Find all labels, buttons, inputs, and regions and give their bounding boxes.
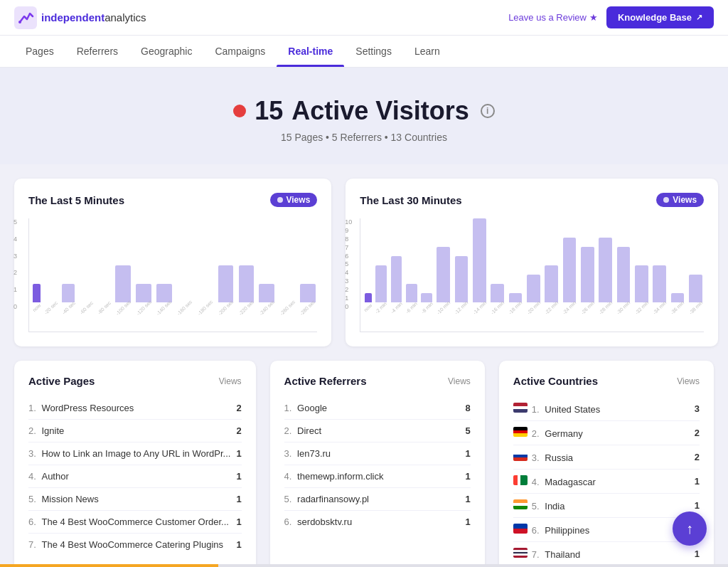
- bar-label: -260 sec: [279, 300, 296, 317]
- bar-item: -38 min: [687, 218, 704, 310]
- list-item-name: 1. United States: [513, 403, 695, 415]
- active-pages-col-header: Views: [219, 376, 242, 386]
- bar: [391, 256, 402, 302]
- active-countries-title: Active Countries: [513, 375, 598, 387]
- nav-item-geographic[interactable]: Geographic: [129, 36, 203, 67]
- list-item-rank: 1.: [532, 404, 542, 415]
- list-item: 4. Madagascar1: [513, 470, 700, 494]
- bar: [406, 284, 417, 302]
- bar-item: -20 min: [525, 218, 542, 310]
- bar-label: now: [363, 302, 373, 312]
- list-item-rank: 5.: [532, 501, 542, 512]
- bar-item: -240 sec: [257, 218, 277, 310]
- list-item-name: 7. The 4 Best WooCommerce Catering Plugi…: [28, 539, 236, 550]
- progress-fill: [0, 564, 218, 567]
- bar-label: -8 min: [420, 301, 434, 314]
- list-item-rank: 3.: [284, 448, 294, 459]
- list-item: 5. radarfinansowy.pl1: [284, 488, 471, 511]
- bar-item: -280 sec: [298, 218, 317, 310]
- bar: [365, 293, 372, 302]
- leave-review-link[interactable]: Leave us a Review ★: [508, 12, 598, 23]
- bar-label: -2 min: [375, 301, 388, 314]
- list-item: 3. Russia2: [513, 445, 700, 470]
- active-countries-list: 1. United States32. Germany23. Russia24.…: [513, 397, 700, 566]
- list-item-rank: 3.: [28, 448, 38, 459]
- kb-label: Knowledge Base: [618, 12, 692, 23]
- list-item-name: 3. Russia: [513, 451, 695, 463]
- bar: [617, 247, 631, 302]
- bar-item: -30 min: [615, 218, 631, 310]
- bar-item: -16 min: [489, 218, 505, 310]
- list-item-name: 6. The 4 Best WooCommerce Customer Order…: [28, 516, 236, 527]
- bar: [581, 247, 594, 302]
- active-countries-col-header: Views: [677, 376, 700, 386]
- chart-right-area: 109876543210now-2 min-4 min-6 min-8 min-…: [360, 218, 704, 332]
- list-item-name: 5. Mission News: [28, 494, 236, 504]
- active-title-suffix: Active Visitors: [291, 96, 469, 126]
- active-referrers-header: Active Referrers Views: [284, 375, 471, 387]
- chart-right-title: The Last 30 Minutes: [360, 194, 461, 206]
- active-count: 15: [255, 96, 283, 126]
- list-item-name: 6. serdobsktv.ru: [284, 516, 466, 527]
- list-item: 5. Mission News1: [28, 488, 242, 511]
- bar-item: now: [363, 218, 373, 310]
- list-item: 1. WordPress Resources2: [28, 397, 242, 420]
- knowledge-base-button[interactable]: Knowledge Base ↗: [606, 6, 714, 28]
- bar-label: now: [31, 302, 41, 312]
- nav-item-campaigns[interactable]: Campaigns: [203, 36, 277, 67]
- bar: [455, 256, 469, 302]
- list-item-name: 6. Philippines: [513, 524, 695, 536]
- nav-item-pages[interactable]: Pages: [14, 36, 65, 67]
- bar-item: -28 min: [597, 218, 614, 310]
- chart-left-title: The Last 5 Minutes: [28, 194, 124, 206]
- bar: [689, 275, 702, 302]
- bar-item: -4 min: [390, 218, 403, 310]
- flag-icon: [513, 499, 528, 509]
- bar-label: -40 sec: [61, 300, 76, 315]
- list-item: 2. Germany2: [513, 421, 700, 445]
- list-item-rank: 7.: [532, 549, 542, 560]
- bar: [653, 265, 666, 302]
- bar-label: -60 sec: [79, 300, 94, 315]
- bar: [33, 284, 40, 302]
- bar-label: -20 sec: [43, 300, 58, 315]
- nav-item-settings[interactable]: Settings: [344, 36, 403, 67]
- logo-light: independent: [41, 11, 105, 23]
- bar: [599, 238, 612, 302]
- nav-item-real-time[interactable]: Real-time: [277, 36, 344, 67]
- list-item-value: 2: [236, 425, 241, 436]
- info-icon[interactable]: i: [481, 104, 495, 118]
- bar-item: -60 sec: [78, 218, 95, 310]
- bar: [491, 284, 504, 302]
- star-icon: ★: [589, 12, 598, 23]
- flag-icon: [513, 475, 528, 485]
- hero-section: 15 Active Visitors i 15 Pages • 5 Referr…: [0, 68, 728, 164]
- list-item-value: 8: [466, 403, 471, 413]
- nav-item-referrers[interactable]: Referrers: [65, 36, 129, 67]
- scroll-to-top-button[interactable]: ↑: [673, 512, 707, 546]
- list-item: 6. Philippines1: [513, 518, 700, 542]
- list-item-rank: 2.: [28, 425, 38, 436]
- list-item: 3. len73.ru1: [284, 443, 471, 465]
- list-item-name: 5. India: [513, 499, 695, 512]
- bar: [437, 247, 450, 302]
- external-link-icon: ↗: [696, 13, 702, 22]
- nav-item-learn[interactable]: Learn: [403, 36, 451, 67]
- bottom-row: Active Pages Views 1. WordPress Resource…: [14, 361, 714, 567]
- bar: [218, 265, 233, 302]
- flag-icon: [513, 451, 528, 461]
- list-item-value: 1: [695, 476, 700, 487]
- bar-item: -100 sec: [114, 218, 133, 310]
- active-visitors-title: 15 Active Visitors i: [14, 96, 714, 126]
- list-item-rank: 2.: [532, 428, 542, 439]
- list-item: 3. How to Link an Image to Any URL in Wo…: [28, 443, 242, 465]
- list-item-rank: 6.: [28, 516, 38, 527]
- list-item: 1. Google8: [284, 397, 471, 420]
- bar-item: -34 min: [651, 218, 668, 310]
- list-item-value: 1: [466, 448, 471, 459]
- list-item-name: 2. Direct: [284, 425, 466, 436]
- chart-right-header: The Last 30 Minutes Views: [360, 193, 704, 207]
- list-item-rank: 4.: [284, 471, 294, 482]
- list-item-value: 2: [695, 428, 700, 438]
- list-item-value: 3: [695, 403, 700, 414]
